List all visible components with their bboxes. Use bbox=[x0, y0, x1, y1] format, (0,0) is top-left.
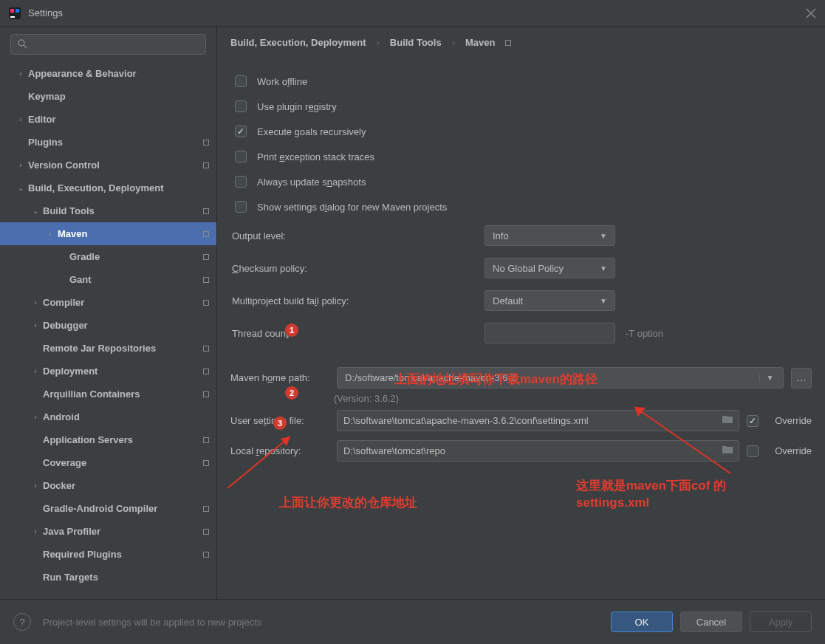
search-icon bbox=[17, 38, 27, 51]
maven-home-label: Maven home path: bbox=[230, 372, 329, 383]
project-marker-icon bbox=[203, 369, 209, 374]
ok-button[interactable]: OK bbox=[611, 612, 673, 632]
sidebar-item-remote-jar-repositories[interactable]: Remote Jar Repositories bbox=[0, 337, 216, 360]
fail-policy-label: Multiproject build fail policy: bbox=[230, 295, 485, 306]
sidebar-item-plugins[interactable]: Plugins bbox=[0, 131, 216, 154]
footer-hint: Project-level settings will be applied t… bbox=[43, 617, 603, 628]
breadcrumb-item[interactable]: Build, Execution, Deployment bbox=[230, 37, 366, 48]
sidebar-item-debugger[interactable]: ›Debugger bbox=[0, 314, 216, 337]
work-offline-checkbox[interactable] bbox=[235, 75, 247, 87]
project-marker-icon bbox=[203, 162, 209, 168]
sidebar-item-editor[interactable]: ›Editor bbox=[0, 108, 216, 131]
sidebar-item-version-control[interactable]: ›Version Control bbox=[0, 154, 216, 177]
help-button[interactable]: ? bbox=[13, 613, 31, 631]
fail-policy-dropdown[interactable]: Default▼ bbox=[485, 290, 615, 311]
chevron-icon: ⌄ bbox=[30, 207, 41, 215]
project-marker-icon bbox=[203, 300, 209, 306]
thread-count-hint: -T option bbox=[626, 328, 663, 339]
always-update-label: Always update snapshots bbox=[257, 177, 366, 188]
chevron-icon: ⌄ bbox=[15, 184, 27, 192]
use-plugin-registry-checkbox[interactable] bbox=[235, 100, 247, 112]
breadcrumb-item[interactable]: Build Tools bbox=[390, 37, 442, 48]
project-marker-icon bbox=[203, 391, 209, 397]
project-marker-icon bbox=[203, 460, 209, 466]
project-marker-icon bbox=[203, 506, 209, 512]
print-exception-label: Print exception stack traces bbox=[257, 151, 374, 162]
sidebar-item-keymap[interactable]: Keymap bbox=[0, 85, 216, 108]
project-marker-icon bbox=[203, 208, 209, 214]
project-marker-icon bbox=[203, 277, 209, 283]
always-update-checkbox[interactable] bbox=[235, 176, 247, 188]
chevron-down-icon: ▼ bbox=[600, 297, 607, 305]
print-exception-checkbox[interactable] bbox=[235, 151, 247, 162]
arrow-icon bbox=[631, 403, 734, 477]
sidebar-item-label: Docker bbox=[43, 480, 216, 491]
execute-goals-checkbox[interactable] bbox=[235, 126, 247, 137]
sidebar-item-label: Editor bbox=[28, 114, 216, 125]
sidebar-item-label: Build Tools bbox=[43, 205, 203, 216]
user-settings-override-checkbox[interactable] bbox=[747, 415, 759, 427]
sidebar-item-label: Maven bbox=[58, 228, 203, 239]
sidebar-item-required-plugins[interactable]: Required Plugins bbox=[0, 543, 216, 566]
sidebar-item-label: Plugins bbox=[28, 137, 203, 148]
sidebar-item-label: Coverage bbox=[43, 457, 203, 468]
output-level-dropdown[interactable]: Info▼ bbox=[485, 225, 615, 246]
sidebar-item-run-targets[interactable]: Run Targets bbox=[0, 566, 216, 589]
sidebar-item-label: Android bbox=[43, 411, 216, 422]
output-level-label: Output level: bbox=[230, 230, 485, 242]
search-input[interactable] bbox=[10, 34, 206, 55]
svg-point-6 bbox=[18, 40, 24, 46]
override-label: Override bbox=[775, 445, 812, 456]
sidebar-item-arquillian-containers[interactable]: Arquillian Containers bbox=[0, 383, 216, 405]
local-repo-override-checkbox[interactable] bbox=[747, 445, 759, 457]
sidebar-item-application-servers[interactable]: Application Servers bbox=[0, 428, 216, 451]
sidebar-item-label: Application Servers bbox=[43, 434, 203, 445]
sidebar-item-docker[interactable]: ›Docker bbox=[0, 474, 216, 497]
sidebar-item-compiler[interactable]: ›Compiler bbox=[0, 291, 216, 314]
sidebar-item-appearance-behavior[interactable]: ›Appearance & Behavior bbox=[0, 62, 216, 85]
chevron-icon: › bbox=[15, 69, 27, 78]
close-icon[interactable] bbox=[806, 8, 816, 18]
chevron-down-icon: ▼ bbox=[600, 232, 607, 240]
chevron-down-icon: ▼ bbox=[600, 264, 607, 273]
sidebar-item-label: Gradle bbox=[69, 251, 203, 262]
checksum-policy-label: Checksum policy: bbox=[230, 263, 485, 274]
project-marker-icon bbox=[505, 40, 511, 46]
browse-button[interactable]: … bbox=[791, 368, 812, 388]
sidebar-item-deployment[interactable]: ›Deployment bbox=[0, 360, 216, 383]
chevron-icon: › bbox=[30, 321, 41, 329]
project-marker-icon bbox=[203, 346, 209, 352]
maven-version-text: (Version: 3.6.2) bbox=[334, 393, 812, 404]
sidebar-item-gradle-android-compiler[interactable]: Gradle-Android Compiler bbox=[0, 497, 216, 520]
sidebar-item-coverage[interactable]: Coverage bbox=[0, 451, 216, 474]
chevron-icon: › bbox=[44, 230, 56, 238]
thread-count-input[interactable] bbox=[485, 323, 615, 343]
window-title: Settings bbox=[28, 7, 806, 18]
checksum-policy-dropdown[interactable]: No Global Policy▼ bbox=[485, 258, 615, 278]
show-settings-dialog-label: Show settings dialog for new Maven proje… bbox=[257, 202, 447, 213]
chevron-icon: › bbox=[30, 527, 41, 535]
override-label: Override bbox=[775, 415, 812, 426]
chevron-icon: › bbox=[30, 367, 41, 375]
sidebar-item-gradle[interactable]: Gradle bbox=[0, 245, 216, 268]
sidebar-item-label: Gant bbox=[69, 274, 203, 285]
sidebar-item-java-profiler[interactable]: ›Java Profiler bbox=[0, 520, 216, 543]
sidebar-item-label: Java Profiler bbox=[43, 526, 203, 537]
cancel-button[interactable]: Cancel bbox=[680, 612, 742, 632]
sidebar-item-android[interactable]: ›Android bbox=[0, 405, 216, 428]
sidebar-item-build-tools[interactable]: ⌄Build Tools bbox=[0, 199, 216, 222]
sidebar-item-maven[interactable]: ›Maven bbox=[0, 222, 216, 245]
svg-rect-3 bbox=[10, 16, 15, 18]
apply-button[interactable]: Apply bbox=[750, 612, 812, 632]
breadcrumb-item: Maven bbox=[465, 37, 495, 48]
app-icon bbox=[9, 7, 21, 19]
work-offline-label: Work offline bbox=[257, 76, 307, 87]
sidebar-item-gant[interactable]: Gant bbox=[0, 268, 216, 291]
sidebar-item-label: Version Control bbox=[28, 160, 203, 171]
project-marker-icon bbox=[203, 231, 209, 237]
show-settings-dialog-checkbox[interactable] bbox=[235, 201, 247, 213]
sidebar-item-build-execution-deployment[interactable]: ⌄Build, Execution, Deployment bbox=[0, 177, 216, 199]
maven-home-dropdown[interactable]: D:/software/tomcat/apache-maven-3.6.2▼ bbox=[337, 367, 784, 388]
chevron-icon: › bbox=[30, 482, 41, 490]
sidebar-item-label: Arquillian Containers bbox=[43, 388, 203, 400]
